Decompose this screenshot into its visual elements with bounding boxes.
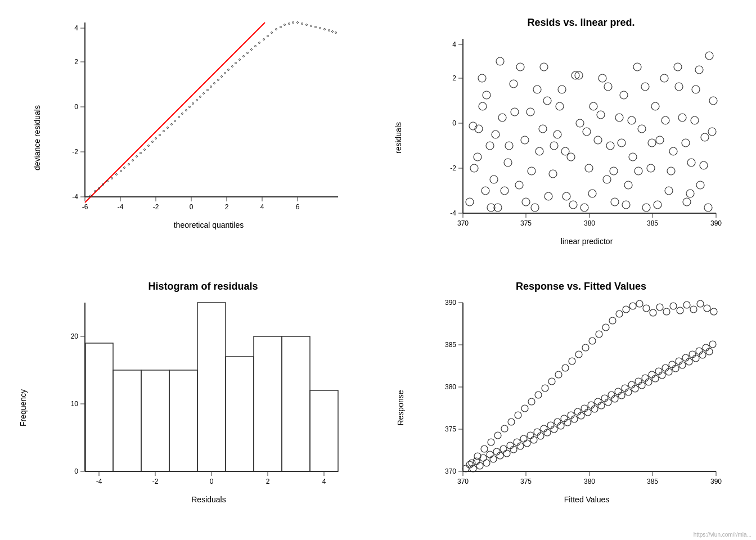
- svg-point-74: [271, 32, 273, 34]
- svg-point-285: [541, 425, 547, 432]
- svg-point-319: [655, 368, 662, 375]
- svg-point-113: [466, 198, 474, 206]
- svg-point-45: [163, 130, 165, 132]
- svg-point-169: [474, 153, 482, 161]
- svg-point-208: [700, 161, 708, 169]
- svg-point-310: [625, 389, 632, 395]
- svg-point-153: [647, 164, 655, 172]
- svg-text:-4: -4: [118, 203, 124, 211]
- svg-point-338: [481, 446, 488, 452]
- svg-text:385: 385: [647, 478, 658, 485]
- svg-point-353: [582, 344, 589, 351]
- svg-text:Residuals: Residuals: [191, 495, 226, 504]
- svg-point-175: [501, 187, 508, 195]
- svg-point-349: [555, 371, 562, 378]
- svg-point-87: [328, 30, 330, 32]
- svg-point-51: [186, 110, 187, 111]
- svg-point-293: [568, 412, 574, 418]
- svg-point-56: [203, 93, 205, 94]
- svg-text:380: 380: [445, 383, 456, 391]
- svg-text:375: 375: [520, 478, 532, 485]
- svg-text:385: 385: [445, 341, 456, 349]
- svg-text:6: 6: [296, 203, 300, 211]
- svg-point-198: [641, 83, 649, 91]
- svg-point-130: [543, 97, 551, 105]
- panel-histogram: Histogram of residuals Frequency -4 -2 0…: [0, 275, 378, 540]
- svg-point-195: [622, 201, 630, 209]
- svg-point-344: [521, 405, 528, 412]
- svg-point-276: [510, 446, 517, 453]
- svg-point-274: [503, 450, 510, 457]
- svg-point-171: [483, 91, 490, 99]
- svg-point-59: [214, 83, 215, 84]
- svg-point-32: [111, 178, 113, 179]
- svg-point-63: [228, 69, 230, 71]
- svg-point-342: [508, 418, 515, 425]
- svg-point-55: [200, 96, 201, 98]
- svg-point-158: [669, 147, 677, 155]
- svg-point-133: [558, 86, 566, 93]
- svg-point-124: [515, 181, 523, 189]
- svg-rect-231: [113, 370, 141, 471]
- svg-point-306: [611, 395, 618, 402]
- svg-point-358: [616, 310, 623, 317]
- svg-point-134: [562, 192, 570, 200]
- svg-point-127: [531, 204, 539, 212]
- svg-point-60: [218, 79, 219, 81]
- svg-point-163: [692, 86, 700, 93]
- svg-text:0: 0: [74, 467, 78, 475]
- svg-point-42: [152, 141, 154, 143]
- svg-point-38: [136, 156, 138, 158]
- svg-point-364: [656, 304, 663, 310]
- svg-point-350: [562, 364, 569, 371]
- svg-point-190: [588, 190, 596, 197]
- svg-text:0: 0: [210, 478, 214, 485]
- svg-point-183: [544, 192, 552, 200]
- resids-linear-svg: 370 375 380 385 390 -4 -2 0 2 4: [435, 33, 727, 247]
- svg-text:0: 0: [190, 203, 194, 211]
- svg-text:375: 375: [445, 425, 456, 433]
- svg-point-137: [576, 119, 584, 127]
- svg-point-303: [601, 395, 608, 402]
- svg-point-343: [515, 412, 521, 418]
- svg-point-40: [144, 149, 146, 151]
- svg-point-263: [466, 461, 473, 468]
- svg-point-270: [490, 456, 497, 462]
- svg-text:380: 380: [584, 219, 595, 227]
- svg-point-315: [642, 375, 649, 381]
- svg-point-289: [554, 418, 561, 425]
- svg-point-372: [710, 308, 717, 315]
- svg-point-146: [615, 114, 623, 122]
- svg-point-138: [580, 204, 588, 212]
- svg-rect-237: [282, 336, 310, 471]
- svg-point-86: [324, 29, 326, 30]
- svg-point-46: [167, 127, 169, 129]
- svg-point-180: [528, 167, 536, 175]
- svg-point-295: [574, 408, 581, 415]
- svg-point-286: [544, 429, 551, 436]
- histogram-title: Histogram of residuals: [148, 281, 258, 292]
- resids-linear-y-label: residuals: [394, 122, 403, 153]
- svg-point-328: [686, 358, 692, 365]
- svg-point-360: [629, 303, 636, 309]
- svg-point-320: [659, 372, 665, 379]
- svg-point-128: [536, 147, 543, 155]
- svg-point-348: [548, 378, 555, 385]
- svg-point-203: [675, 83, 683, 91]
- svg-point-307: [615, 388, 622, 395]
- svg-point-322: [665, 368, 672, 375]
- svg-text:375: 375: [520, 219, 532, 227]
- svg-point-265: [473, 458, 480, 465]
- svg-point-323: [669, 361, 676, 368]
- qqplot-y-label: deviance residuals: [33, 105, 42, 170]
- svg-point-371: [704, 305, 710, 312]
- svg-point-141: [594, 136, 602, 144]
- svg-point-162: [687, 159, 695, 166]
- histogram-svg: -4 -2 0 2 4 0 10 20: [57, 297, 349, 505]
- svg-point-326: [679, 362, 686, 368]
- svg-point-365: [663, 308, 670, 315]
- svg-point-88: [332, 31, 334, 33]
- svg-point-277: [514, 439, 520, 446]
- svg-point-177: [511, 108, 519, 116]
- svg-point-282: [530, 436, 537, 443]
